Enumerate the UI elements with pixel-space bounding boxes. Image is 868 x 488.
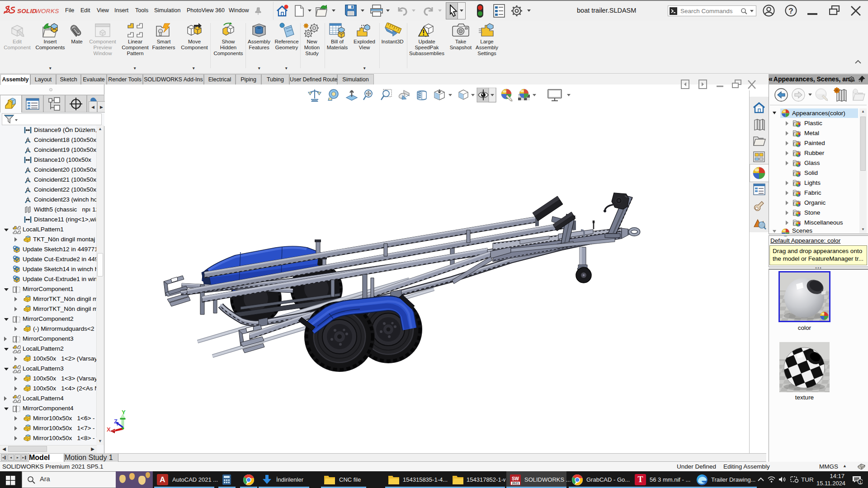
svg-text:?: ? xyxy=(788,7,793,15)
svg-text:SW: SW xyxy=(512,476,519,481)
svg-text:WORKS: WORKS xyxy=(35,8,59,14)
svg-text:2021: 2021 xyxy=(512,482,519,485)
svg-text:SOLID: SOLID xyxy=(17,8,37,14)
svg-text:1: 1 xyxy=(859,480,861,484)
